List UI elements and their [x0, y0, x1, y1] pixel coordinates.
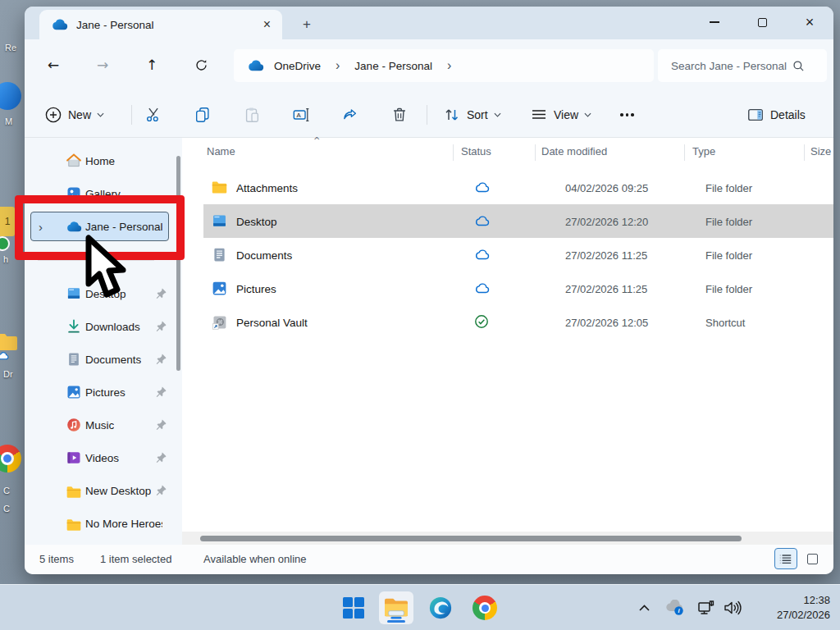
copy-button[interactable]	[187, 100, 218, 130]
tray-show-hidden-icons[interactable]	[633, 591, 655, 624]
taskbar-edge-button[interactable]	[423, 591, 458, 624]
sidebar-item-pictures[interactable]: Pictures	[25, 376, 176, 409]
selection-count: 1 item selected	[100, 553, 171, 565]
horizontal-scrollbar[interactable]	[182, 532, 833, 545]
details-pane-button[interactable]: Details	[740, 100, 812, 130]
back-button[interactable]: ←	[39, 54, 67, 77]
column-header-type[interactable]: Type	[692, 145, 715, 158]
desktop-folder-icon[interactable]	[0, 333, 18, 351]
tray-onedrive-button[interactable]: i	[661, 591, 689, 624]
file-row-desktop[interactable]: Desktop 27/02/2026 12:20 File folder	[203, 204, 833, 238]
svg-text:A: A	[297, 112, 302, 119]
column-header-size[interactable]: Size	[810, 145, 831, 158]
view-button[interactable]: View	[523, 100, 598, 130]
folder-icon	[211, 179, 228, 196]
tab-title: Jane - Personal	[76, 19, 252, 31]
desktop-icon-label-c2[interactable]: C	[3, 504, 10, 514]
desktop-icon-label-h[interactable]: h	[3, 254, 8, 264]
search-input[interactable]	[658, 60, 789, 72]
sort-button[interactable]: Sort	[436, 100, 508, 130]
breadcrumb-chevron-icon[interactable]	[331, 58, 345, 73]
breadcrumb-item-onedrive[interactable]: OneDrive	[269, 57, 326, 75]
details-view-toggle[interactable]	[774, 548, 797, 569]
file-explorer-icon	[383, 596, 409, 619]
file-type: File folder	[705, 215, 752, 227]
refresh-button[interactable]	[187, 54, 215, 77]
downloads-icon	[66, 318, 82, 335]
forward-button[interactable]: →	[89, 54, 116, 77]
tray-volume-button[interactable]	[720, 591, 745, 624]
column-separator[interactable]	[804, 144, 805, 161]
sidebar-item-label: Pictures	[85, 386, 126, 399]
taskbar-clock[interactable]: 12:38 27/02/2026	[777, 591, 830, 624]
active-app-indicator	[387, 620, 405, 623]
chevron-up-icon	[639, 605, 650, 611]
file-row-personal-vault[interactable]: Personal Vault 27/02/2026 12:05 Shortcut	[203, 305, 833, 339]
breadcrumb-item-jane-personal[interactable]: Jane - Personal	[349, 57, 437, 75]
sidebar-item-home[interactable]: Home	[25, 144, 176, 177]
paste-icon	[243, 106, 261, 124]
column-separator[interactable]	[535, 144, 536, 161]
sidebar-item-no-more-heroes[interactable]: No More Heroes	[25, 507, 176, 540]
sidebar-item-documents[interactable]: Documents	[25, 343, 176, 376]
rename-button[interactable]: A	[285, 100, 317, 130]
column-separator[interactable]	[453, 144, 454, 161]
sidebar-item-downloads[interactable]: Downloads	[25, 310, 176, 343]
sort-icon	[443, 106, 461, 124]
maximize-button[interactable]	[738, 7, 786, 38]
close-button[interactable]: ×	[786, 7, 833, 38]
status-synced-icon	[474, 314, 489, 329]
column-header-date[interactable]: Date modified	[541, 145, 607, 158]
file-date: 27/02/2026 12:05	[565, 316, 648, 328]
status-cloud-icon	[474, 281, 491, 295]
file-row-pictures[interactable]: Pictures 27/02/2026 11:25 File folder	[203, 272, 833, 305]
file-name: Personal Vault	[236, 316, 308, 328]
file-name: Attachments	[236, 181, 298, 194]
column-separator[interactable]	[684, 144, 685, 161]
availability-status: Available when online	[203, 553, 307, 565]
tab-close-icon[interactable]: ×	[252, 17, 282, 32]
delete-button[interactable]	[384, 100, 415, 130]
breadcrumb-chevron-icon[interactable]	[442, 58, 456, 73]
search-box[interactable]	[658, 49, 827, 82]
desktop-chrome-icon[interactable]	[0, 445, 21, 472]
onedrive-icon	[51, 19, 68, 30]
sidebar-item-videos[interactable]: Videos	[25, 441, 176, 474]
speaker-icon	[724, 600, 742, 615]
desktop-icon-label-m[interactable]: M	[5, 116, 12, 126]
file-name: Pictures	[236, 282, 276, 294]
taskbar-file-explorer-button[interactable]	[379, 591, 413, 624]
sidebar-item-music[interactable]: Music	[25, 409, 176, 441]
column-header-status[interactable]: Status	[461, 145, 491, 158]
desktop-app-icon[interactable]	[0, 82, 21, 110]
sidebar-item-label: Videos	[85, 452, 119, 464]
paste-button[interactable]	[236, 100, 267, 130]
tray-network-button[interactable]	[694, 591, 719, 624]
thumbnail-view-toggle[interactable]	[801, 548, 824, 569]
explorer-tab[interactable]: Jane - Personal ×	[39, 10, 282, 39]
share-button[interactable]	[335, 100, 366, 130]
more-options-button[interactable]	[614, 100, 641, 130]
file-type: File folder	[705, 181, 752, 194]
status-bar: 5 items 1 item selected Available when o…	[25, 545, 833, 574]
desktop-icon-label-dr[interactable]: Dr	[3, 369, 13, 379]
sidebar-item-label: Music	[85, 419, 114, 431]
desktop-app-icon[interactable]: 1	[0, 207, 15, 236]
up-button[interactable]: ↑	[138, 54, 166, 77]
new-tab-button[interactable]: +	[295, 15, 318, 34]
scrollbar-thumb[interactable]	[176, 156, 180, 371]
new-button[interactable]: New	[38, 100, 111, 130]
file-row-documents[interactable]: Documents 27/02/2026 11:25 File folder	[203, 238, 833, 272]
cursor-arrow	[84, 235, 135, 300]
scrollbar-thumb[interactable]	[200, 536, 742, 541]
chevron-down-icon	[584, 112, 591, 117]
desktop-icon-label-recycle[interactable]: Re	[5, 43, 16, 52]
minimize-button[interactable]	[691, 7, 738, 38]
taskbar-chrome-button[interactable]	[468, 591, 502, 624]
sidebar-item-new-desktop[interactable]: New Desktop	[25, 474, 176, 507]
cut-button[interactable]	[138, 100, 169, 130]
start-button[interactable]	[336, 591, 371, 624]
file-row-attachments[interactable]: Attachments 04/02/2026 09:25 File folder	[203, 171, 833, 204]
desktop-icon-label-c1[interactable]: C	[3, 486, 10, 495]
column-header-name[interactable]: Name	[207, 145, 235, 158]
